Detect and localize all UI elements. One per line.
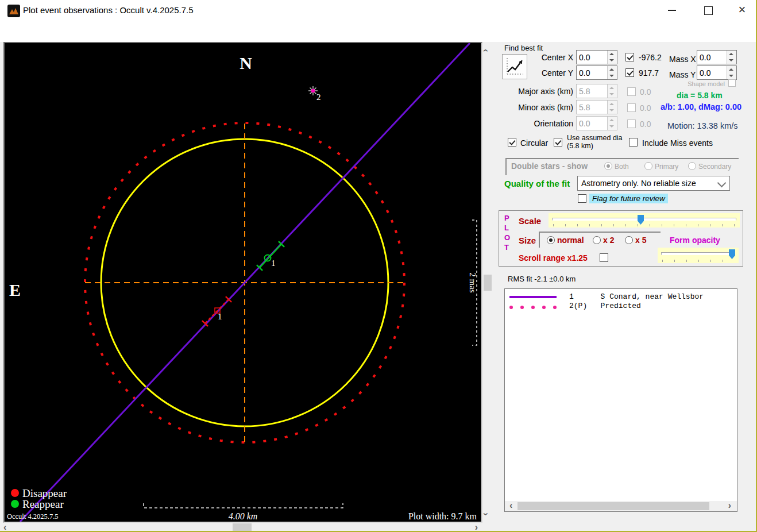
vertical-scroll-thumb[interactable] [484,275,492,291]
major-axis-fit-checkbox [627,87,636,96]
mass-y-spin-buttons[interactable] [727,66,736,79]
size-x2-radio[interactable] [593,236,601,244]
circular-label: Circular [520,138,548,148]
flag-review-label: Flag for future review [589,194,668,203]
minor-axis-fit-checkbox [627,103,636,112]
center-x-fit-value: -976.2 [639,53,662,62]
size-normal-radio[interactable] [547,236,555,244]
form-opacity-label: Form opacity [670,236,720,245]
include-miss-checkbox[interactable] [629,138,638,147]
maximize-button[interactable] [698,3,718,17]
reappear-marker-1[interactable]: 1 [257,241,284,271]
plot-svg: 1 1 2 N E 2 mas 4.00 km Plot width: [5,43,481,522]
include-miss-label: Include Miss events [642,138,713,148]
form-opacity-slider[interactable] [658,248,739,263]
center-y-input[interactable]: 0.0 [576,65,617,80]
mass-x-value[interactable]: 0.0 [700,53,710,62]
plot-letter-l: L [504,223,509,232]
shape-model-checkbox[interactable] [728,79,736,87]
scale-label: Scale [519,216,541,226]
scalebar [144,503,343,508]
diameter-label: dia = 5.8 km [677,91,723,100]
major-axis-label: Major axis (km) [505,87,573,96]
scroll-down-icon[interactable]: › [482,512,490,515]
center-x-input[interactable]: 0.0 [576,50,617,64]
menu-bar: with Plot... Plot options... ? Help Keep… [0,21,756,42]
predicted-star-marker[interactable]: 2 [308,86,321,102]
app-icon [7,5,20,17]
window-title: Plot event observations : Occult v.4.202… [23,5,194,15]
size-x5-radio[interactable] [625,236,633,244]
size-normal-label: normal [557,236,584,245]
east-label: E [9,280,21,299]
scale-slider[interactable] [549,213,740,228]
scroll-left-icon[interactable]: ‹ [3,523,6,531]
center-x-spin-buttons[interactable] [607,51,617,64]
center-y-value[interactable]: 0.0 [579,68,590,78]
orientation-value: 0.0 [579,119,590,128]
scale-slider-ticks [553,224,735,226]
minimize-button[interactable] [662,3,682,17]
north-label: N [240,53,252,72]
list-scroll-right-icon[interactable]: › [727,502,732,510]
center-x-fit-checkbox[interactable] [625,53,634,61]
horizontal-scroll-thumb[interactable] [233,523,252,531]
list-item[interactable]: 1 S Conard, near Wellsbor [569,292,704,301]
disappear-marker-label: 1 [218,312,222,321]
double-secondary-radio [688,162,696,170]
size-label: Size [519,236,536,245]
major-axis-fit-value: 0.0 [640,87,651,97]
list-item[interactable]: 2(P) Predicted [569,302,641,310]
double-both-radio [604,162,612,170]
list-scroll-left-icon[interactable]: ‹ [508,502,514,510]
center-y-spin-buttons[interactable] [607,66,617,79]
form-opacity-thumb[interactable] [729,249,735,259]
ab-dmag-label: a/b: 1.00, dMag: 0.00 [661,102,741,111]
observations-listbox[interactable]: 1 S Conard, near Wellsbor 2(P) Predicted… [504,288,737,512]
motion-label: Motion: 13.38 km/s [667,121,738,130]
list-scroll-thumb[interactable] [517,502,709,510]
mass-x-input[interactable]: 0.0 [697,50,737,64]
reappear-label: Reappear [22,498,64,510]
mas-label: 2 mas [468,272,477,293]
dropdown-chevron-icon [717,179,727,188]
minor-axis-value: 5.8 [579,103,590,112]
scale-slider-thumb[interactable] [638,215,644,225]
center-x-value[interactable]: 0.0 [579,53,590,62]
quality-dropdown[interactable]: Astrometry only. No reliable size [577,176,730,191]
minor-axis-fit-value: 0.0 [640,103,651,113]
close-button[interactable]: × [732,3,752,17]
plot-letter-o: O [504,233,510,242]
scroll-range-checkbox[interactable] [600,253,608,262]
mass-x-spin-buttons[interactable] [727,51,736,64]
plot-vertical-scrollbar[interactable]: ‹ › [482,43,493,522]
mass-y-value[interactable]: 0.0 [700,68,710,78]
form-opacity-ticks [662,260,734,262]
major-axis-value: 5.8 [579,87,590,96]
scroll-right-icon[interactable]: › [475,523,478,531]
major-axis-spin-buttons [607,84,617,98]
disappear-marker-1[interactable]: 1 [202,296,231,326]
plot-width-label: Plot width: 9.7 km [408,511,477,521]
circular-checkbox[interactable] [508,138,516,147]
star-marker-label: 2 [316,92,321,102]
close-icon: × [739,2,746,17]
size-x2-label: x 2 [603,236,614,245]
plot-canvas[interactable]: 1 1 2 N E 2 mas 4.00 km Plot width: [3,42,482,523]
orientation-fit-value: 0.0 [640,119,651,129]
scroll-up-icon[interactable]: ‹ [482,49,490,52]
double-secondary-label: Secondary [698,163,731,171]
use-assumed-dia-label: Use assumed dia (5.8 km) [567,134,630,151]
mass-y-label: Mass Y [669,70,696,79]
center-y-fit-checkbox[interactable] [625,68,634,77]
quality-dropdown-value: Astrometry only. No reliable size [581,179,696,188]
use-assumed-dia-checkbox[interactable] [554,138,562,147]
listbox-horizontal-scrollbar[interactable]: ‹ › [505,501,737,511]
orientation-label: Orientation [505,119,573,128]
scroll-range-label: Scroll range x1.25 [519,253,588,263]
minor-axis-spin-buttons [607,101,617,114]
plot-horizontal-scrollbar[interactable]: ‹ › [0,523,481,532]
mass-y-input[interactable]: 0.0 [697,65,737,80]
flag-review-checkbox[interactable] [578,194,586,203]
scalebar-label: 4.00 km [229,511,258,521]
